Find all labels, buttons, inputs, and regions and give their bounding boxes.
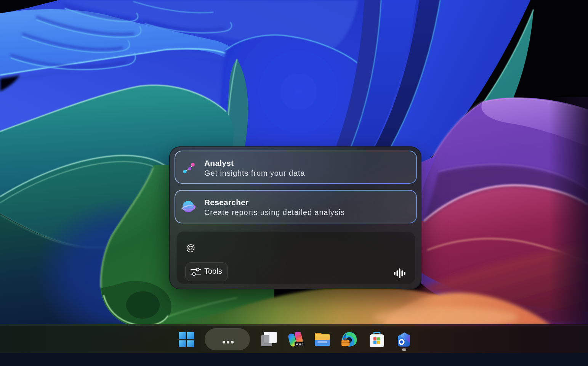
svg-text:M365: M365	[296, 343, 304, 346]
